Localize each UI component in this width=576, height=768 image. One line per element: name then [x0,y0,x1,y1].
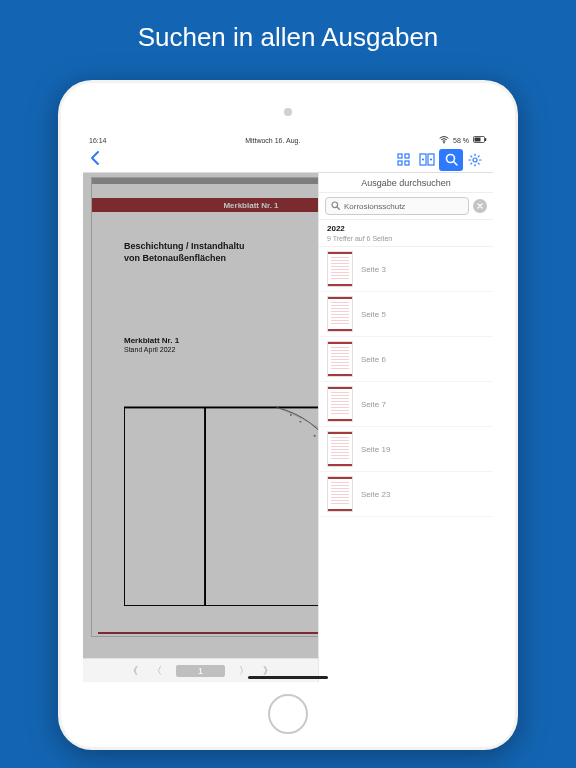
svg-rect-4 [398,154,402,158]
svg-rect-6 [398,161,402,165]
pager-first[interactable]: 《 [128,664,138,678]
wifi-icon [439,136,449,145]
result-label: Seite 23 [361,490,390,499]
doc-title: Beschichtung / Instandhaltu von Betonauß… [124,240,318,264]
svg-point-26 [290,414,292,416]
result-row[interactable]: Seite 5 [319,292,493,337]
doc-top-stripe [92,178,318,184]
result-label: Seite 19 [361,445,390,454]
home-button[interactable] [268,694,308,734]
result-row[interactable]: Seite 7 [319,382,493,427]
search-input[interactable]: Korrosionsschutz [325,197,469,215]
results-count: 9 Treffer auf 6 Seiten [319,235,493,247]
results-list: Seite 3 Seite 5 Seite 6 Seite 7 Seite 19… [319,247,493,682]
doc-title-line2: von Betonaußenflächen [124,253,226,263]
pager-prev[interactable]: 〈 [152,664,162,678]
result-thumb [327,431,353,467]
back-button[interactable] [89,150,101,169]
result-label: Seite 6 [361,355,386,364]
result-row[interactable]: Seite 19 [319,427,493,472]
result-row[interactable]: Seite 23 [319,472,493,517]
result-row[interactable]: Seite 3 [319,247,493,292]
pager-page[interactable]: 1 [176,665,225,677]
search-panel: Ausgabe durchsuchen Korrosionsschutz 202 [318,173,493,682]
status-time: 16:14 [89,137,107,144]
content-area: Merkblatt Nr. 1 Beschichtung / Instandha… [83,173,493,682]
svg-point-13 [473,158,477,162]
doc-red-banner: Merkblatt Nr. 1 [92,198,318,212]
grid-view-icon[interactable] [391,149,415,171]
result-label: Seite 7 [361,400,386,409]
search-input-row: Korrosionsschutz [319,193,493,220]
camera-dot [284,108,292,116]
result-thumb [327,476,353,512]
svg-point-0 [443,141,445,143]
status-right: 58 % [439,136,487,145]
doc-subtitle: Stand April 2022 [124,346,318,353]
svg-point-11 [431,159,432,160]
doc-bottom-stripe [98,632,318,634]
svg-point-10 [423,159,424,160]
doc-title-line1: Beschichtung / Instandhaltu [124,241,245,251]
status-bar: 16:14 Mittwoch 16. Aug. 58 % [83,133,493,147]
svg-rect-7 [405,161,409,165]
result-row[interactable]: Seite 6 [319,337,493,382]
svg-rect-5 [405,154,409,158]
search-panel-header: Ausgabe durchsuchen [319,173,493,193]
toolbar-actions [391,149,487,171]
gear-icon[interactable] [463,149,487,171]
svg-rect-2 [474,138,480,142]
screen: 16:14 Mittwoch 16. Aug. 58 % [83,133,493,682]
result-label: Seite 5 [361,310,386,319]
result-thumb [327,341,353,377]
result-label: Seite 3 [361,265,386,274]
battery-icon [473,136,487,144]
promo-headline: Suchen in allen Ausgaben [0,0,576,71]
document-body[interactable]: Merkblatt Nr. 1 Beschichtung / Instandha… [83,173,318,658]
document-page: Merkblatt Nr. 1 Beschichtung / Instandha… [91,177,318,637]
clear-search-button[interactable] [473,199,487,213]
result-thumb [327,386,353,422]
results-year: 2022 [319,220,493,235]
search-icon[interactable] [439,149,463,171]
home-indicator [248,676,328,679]
tablet-frame: 16:14 Mittwoch 16. Aug. 58 % [58,80,518,750]
svg-rect-3 [485,138,486,141]
pages-view-icon[interactable] [415,149,439,171]
svg-point-18 [314,435,316,437]
svg-point-16 [299,421,301,423]
search-input-value: Korrosionsschutz [344,202,405,211]
svg-rect-14 [124,407,318,606]
document-pane: Merkblatt Nr. 1 Beschichtung / Instandha… [83,173,318,682]
status-date: Mittwoch 16. Aug. [245,137,300,144]
search-input-icon [331,201,340,212]
result-thumb [327,296,353,332]
doc-mid-title: Merkblatt Nr. 1 [124,336,318,345]
doc-figure [124,398,318,606]
battery-text: 58 % [453,137,469,144]
tablet-bezel: 16:14 Mittwoch 16. Aug. 58 % [61,83,515,747]
toolbar [83,147,493,173]
result-thumb [327,251,353,287]
